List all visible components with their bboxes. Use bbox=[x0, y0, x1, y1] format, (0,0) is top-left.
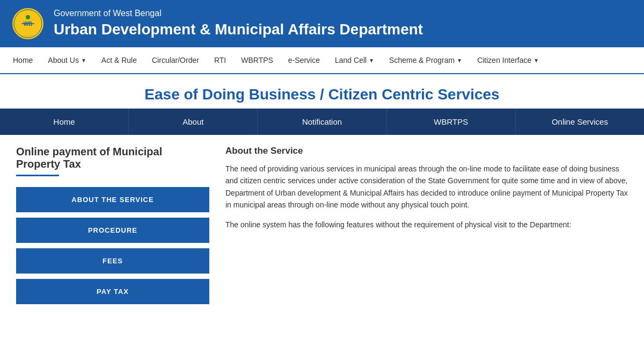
scheme-arrow: ▼ bbox=[457, 58, 462, 63]
nav-home[interactable]: Home bbox=[5, 47, 40, 73]
site-header: WB Government of West Bengal Urban Devel… bbox=[0, 0, 644, 47]
nav-circular-order[interactable]: Circular/Order bbox=[144, 47, 207, 73]
subnav-wbrtps[interactable]: WBRTPS bbox=[387, 109, 516, 135]
main-content: Online payment of Municipal Property Tax… bbox=[0, 135, 644, 320]
content-heading: About the Service bbox=[225, 146, 628, 156]
content-paragraph-1: The need of providing various services i… bbox=[225, 163, 628, 211]
hero-title: Ease of Doing Business / Citizen Centric… bbox=[0, 74, 644, 109]
nav-act-rule[interactable]: Act & Rule bbox=[94, 47, 144, 73]
right-content: About the Service The need of providing … bbox=[225, 146, 628, 310]
subnav-online-services[interactable]: Online Services bbox=[516, 109, 644, 135]
land-cell-arrow: ▼ bbox=[369, 58, 374, 63]
gov-name: Government of West Bengal bbox=[54, 9, 423, 18]
nav-wbrtps[interactable]: WBRTPS bbox=[233, 47, 281, 73]
sub-nav: Home About Notification WBRTPS Online Se… bbox=[0, 109, 644, 135]
left-sidebar: Online payment of Municipal Property Tax… bbox=[16, 146, 209, 310]
procedure-button[interactable]: PROCEDURE bbox=[16, 218, 209, 243]
subnav-home[interactable]: Home bbox=[0, 109, 129, 135]
govt-logo: WB bbox=[11, 6, 45, 41]
page-title: Online payment of Municipal Property Tax bbox=[16, 146, 209, 170]
dept-name: Urban Development & Municipal Affairs De… bbox=[54, 20, 423, 39]
subnav-notification[interactable]: Notification bbox=[258, 109, 386, 135]
subnav-about[interactable]: About bbox=[129, 109, 258, 135]
nav-rti[interactable]: RTI bbox=[207, 47, 233, 73]
nav-scheme-program[interactable]: Scheme & Program ▼ bbox=[382, 47, 470, 73]
citizen-arrow: ▼ bbox=[533, 58, 539, 63]
fees-button[interactable]: FEES bbox=[16, 248, 209, 274]
about-service-button[interactable]: ABOUT THE SERVICE bbox=[16, 187, 209, 212]
nav-about-us[interactable]: About Us ▼ bbox=[40, 47, 94, 73]
nav-eservice[interactable]: e-Service bbox=[281, 47, 327, 73]
nav-land-cell[interactable]: Land Cell ▼ bbox=[327, 47, 382, 73]
pay-tax-button[interactable]: PAY TAX bbox=[16, 279, 209, 304]
content-paragraph-2: The online system has the following feat… bbox=[225, 219, 628, 231]
svg-point-3 bbox=[26, 15, 30, 19]
top-nav: Home About Us ▼ Act & Rule Circular/Orde… bbox=[0, 47, 644, 74]
header-text: Government of West Bengal Urban Developm… bbox=[54, 9, 423, 39]
nav-citizen-interface[interactable]: Citizen Interface ▼ bbox=[470, 47, 546, 73]
about-us-arrow: ▼ bbox=[81, 58, 86, 63]
page-title-underline bbox=[16, 175, 59, 176]
